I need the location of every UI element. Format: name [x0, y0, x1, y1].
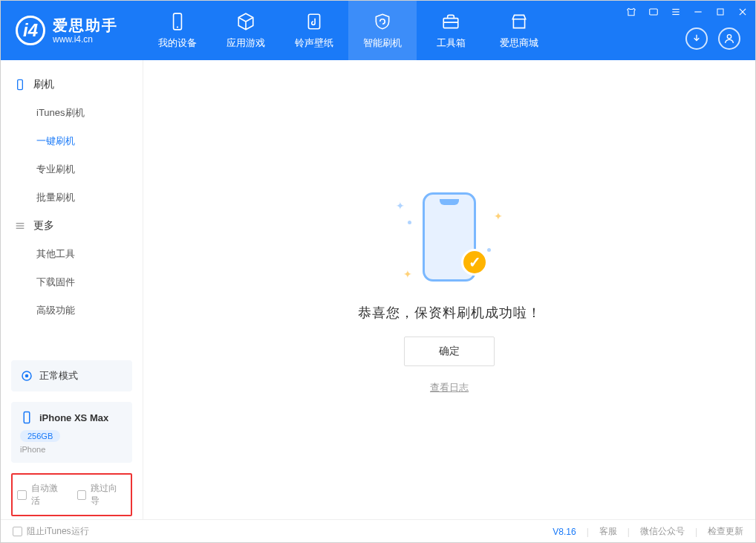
svg-rect-18 [24, 412, 30, 423]
svg-point-17 [26, 375, 28, 377]
check-badge-icon: ✓ [461, 249, 488, 276]
body: 刷机 iTunes刷机 一键刷机 专业刷机 批量刷机 更多 其他工具 下载固件 … [1, 60, 755, 519]
nav-tab-ringtones[interactable]: 铃声壁纸 [280, 1, 348, 60]
nav-label: 我的设备 [158, 36, 197, 50]
app-header: i4 爱思助手 www.i4.cn 我的设备 应用游戏 铃声壁纸 智能刷机 工具… [1, 1, 755, 60]
checkbox-block-itunes[interactable]: 阻止iTunes运行 [13, 525, 89, 538]
separator: | [587, 527, 589, 537]
separator: | [695, 527, 697, 537]
nav-label: 应用游戏 [227, 36, 265, 50]
dot-icon [487, 248, 491, 252]
svg-rect-13 [18, 79, 23, 89]
nav-tab-store[interactable]: 爱思商城 [485, 1, 553, 60]
svg-rect-2 [308, 14, 319, 29]
device-phone-icon [20, 411, 33, 424]
device-name-text: iPhone XS Max [39, 412, 108, 423]
device-type: iPhone [20, 445, 123, 454]
sidebar-item-other-tools[interactable]: 其他工具 [1, 240, 143, 268]
checkbox-skip-guide[interactable]: 跳过向导 [77, 482, 127, 507]
checkbox-auto-activate[interactable]: 自动激活 [17, 482, 67, 507]
success-illustration: ✦ ✦ ✦ ✓ [382, 185, 516, 289]
separator: | [628, 527, 630, 537]
nav-label: 智能刷机 [363, 36, 402, 50]
nav-tab-apps[interactable]: 应用游戏 [212, 1, 280, 60]
nav-tabs: 我的设备 应用游戏 铃声壁纸 智能刷机 工具箱 爱思商城 [143, 1, 553, 60]
flash-options-row: 自动激活 跳过向导 [11, 473, 132, 516]
svg-point-12 [727, 35, 731, 39]
svg-rect-9 [717, 9, 723, 15]
view-log-link[interactable]: 查看日志 [430, 381, 469, 394]
footer-link-support[interactable]: 客服 [599, 525, 617, 538]
sidebar-group-more[interactable]: 更多 [1, 212, 143, 240]
checkbox-box [13, 527, 22, 536]
checkbox-label: 自动激活 [31, 482, 67, 507]
footer-right: V8.16 | 客服 | 微信公众号 | 检查更新 [553, 525, 743, 538]
sidebar-item-download-firmware[interactable]: 下载固件 [1, 268, 143, 296]
sync-icon [20, 369, 33, 383]
nav-label: 工具箱 [437, 36, 466, 50]
sidebar-item-pro-flash[interactable]: 专业刷机 [1, 155, 143, 183]
cube-icon [235, 11, 256, 32]
nav-tab-flash[interactable]: 智能刷机 [348, 1, 417, 60]
nav-label: 爱思商城 [500, 36, 538, 50]
dot-icon [408, 221, 411, 224]
minimize-button[interactable] [691, 5, 705, 19]
checkbox-box [17, 490, 27, 500]
logo-icon: i4 [16, 16, 45, 45]
shirt-icon[interactable] [625, 5, 638, 19]
download-button[interactable] [685, 27, 708, 50]
device-info-card[interactable]: iPhone XS Max 256GB iPhone [11, 402, 132, 463]
maximize-button[interactable] [714, 5, 727, 19]
success-message: 恭喜您，保资料刷机成功啦！ [358, 304, 541, 322]
app-title: 爱思助手 [53, 16, 118, 34]
group-title: 刷机 [33, 78, 54, 91]
window-controls [625, 5, 749, 19]
main-content: ✦ ✦ ✦ ✓ 恭喜您，保资料刷机成功啦！ 确定 查看日志 [143, 60, 755, 519]
nav-tab-my-device[interactable]: 我的设备 [143, 1, 212, 60]
mode-card[interactable]: 正常模式 [11, 360, 132, 391]
app-subtitle: www.i4.cn [53, 34, 118, 45]
toolbox-icon [440, 11, 461, 32]
device-name-row: iPhone XS Max [20, 411, 123, 424]
phone-icon [167, 11, 188, 32]
logo-text: 爱思助手 www.i4.cn [53, 16, 118, 45]
checkbox-label: 跳过向导 [91, 482, 126, 507]
menu-icon[interactable] [669, 5, 682, 19]
lock-icon[interactable] [647, 5, 660, 19]
nav-label: 铃声壁纸 [295, 36, 333, 50]
music-icon [304, 11, 325, 32]
user-button[interactable] [718, 27, 740, 50]
logo-section: i4 爱思助手 www.i4.cn [1, 16, 143, 45]
group-title: 更多 [33, 219, 54, 233]
checkbox-box [77, 490, 87, 500]
checkbox-label: 阻止iTunes运行 [27, 525, 89, 538]
sidebar-item-advanced[interactable]: 高级功能 [1, 296, 143, 325]
storage-badge: 256GB [20, 430, 60, 442]
store-icon [509, 11, 529, 32]
sidebar-item-batch-flash[interactable]: 批量刷机 [1, 183, 143, 212]
sparkle-icon: ✦ [396, 200, 405, 212]
sparkle-icon: ✦ [494, 210, 503, 222]
refresh-shield-icon [372, 11, 393, 32]
close-button[interactable] [736, 5, 749, 19]
ok-button[interactable]: 确定 [404, 336, 495, 366]
footer: 阻止iTunes运行 V8.16 | 客服 | 微信公众号 | 检查更新 [1, 519, 755, 543]
sidebar-item-oneclick-flash[interactable]: 一键刷机 [1, 127, 143, 155]
svg-rect-3 [443, 19, 458, 28]
sidebar: 刷机 iTunes刷机 一键刷机 专业刷机 批量刷机 更多 其他工具 下载固件 … [1, 60, 143, 519]
sidebar-group-flash[interactable]: 刷机 [1, 71, 143, 99]
sparkle-icon: ✦ [403, 268, 412, 280]
footer-left: 阻止iTunes运行 [13, 525, 89, 538]
footer-link-wechat[interactable]: 微信公众号 [640, 525, 685, 538]
svg-rect-4 [650, 9, 658, 15]
header-action-buttons [685, 27, 740, 50]
mode-label: 正常模式 [39, 369, 78, 383]
nav-tab-toolbox[interactable]: 工具箱 [417, 1, 485, 60]
version-label: V8.16 [553, 527, 576, 537]
footer-link-update[interactable]: 检查更新 [708, 525, 743, 538]
svg-point-1 [177, 27, 178, 28]
sidebar-item-itunes-flash[interactable]: iTunes刷机 [1, 99, 143, 127]
